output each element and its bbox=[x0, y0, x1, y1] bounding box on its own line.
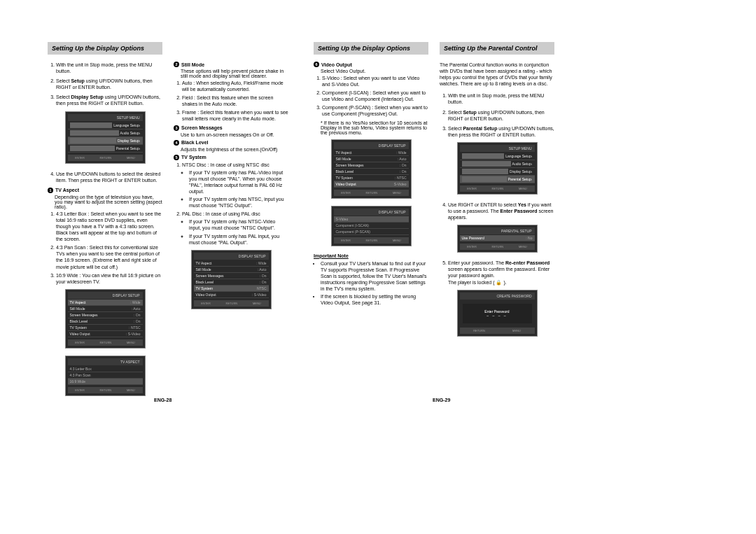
heading-display-2: Setting Up the Display Options bbox=[314, 42, 428, 55]
heading-parental: Setting Up the Parental Control bbox=[440, 42, 554, 55]
column-2: 2Still Mode These options will help prev… bbox=[168, 42, 294, 403]
menu-icon bbox=[70, 138, 116, 143]
still-mode-label: 2Still Mode bbox=[174, 62, 288, 67]
page-number-right: ENG-29 bbox=[433, 398, 450, 402]
screenshot-video-output-2: DISPLAY SETUP S-Video Component (I-SCAN)… bbox=[331, 206, 412, 246]
col1-step4: Use the UP/DOWN buttons to select the de… bbox=[56, 171, 162, 183]
column-1: Setting Up the Display Options With the … bbox=[42, 42, 168, 403]
col1-step1: With the unit in Stop mode, press the ME… bbox=[56, 62, 162, 74]
screenshot-create-password: CREATE PASSWORD Enter Password– – – – RE… bbox=[457, 290, 538, 337]
menu-icon bbox=[462, 153, 505, 159]
screen-messages-label: 3Screen Messages bbox=[174, 125, 288, 131]
screenshot-tv-system: DISPLAY SETUP TV Aspect: Wide Still Mode… bbox=[191, 250, 272, 309]
manual-spread: Setting Up the Display Options With the … bbox=[0, 42, 756, 403]
screenshot-parental-setup: PARENTAL SETUP Use Password: No ENTERRET… bbox=[457, 225, 538, 253]
menu-icon bbox=[70, 122, 113, 128]
menu-icon bbox=[462, 161, 511, 167]
menu-icon bbox=[70, 130, 119, 136]
screenshot-tv-aspect: TV ASPECT 4:3 Letter Box 4:3 Pan Scan 16… bbox=[65, 356, 146, 396]
column-4: Setting Up the Parental Control The Pare… bbox=[434, 42, 560, 403]
tv-aspect-label: 1TV Aspect bbox=[48, 188, 162, 193]
page-number-left: ENG-28 bbox=[154, 398, 172, 402]
tv-aspect-desc: Depending on the type of television you … bbox=[55, 195, 162, 209]
col1-step3: Select Display Setup using UP/DOWN butto… bbox=[56, 94, 162, 106]
important-note-title: Important Note bbox=[314, 253, 428, 258]
tv-system-label: 5TV System bbox=[174, 155, 288, 160]
menu-icon bbox=[462, 176, 507, 182]
screenshot-video-output-1: DISPLAY SETUP TV Aspect: Wide Still Mode… bbox=[331, 139, 412, 199]
heading-display-1: Setting Up the Display Options bbox=[48, 42, 162, 55]
parental-intro: The Parental Control function works in c… bbox=[440, 62, 554, 87]
screenshot-display-setup: DISPLAY SETUP TV Aspect: Wide Still Mode… bbox=[65, 289, 146, 349]
col1-step2: Select Setup using UP/DOWN buttons, then… bbox=[56, 78, 162, 90]
screenshot-setup-menu: SETUP MENU Language Setup› Audio Setup› … bbox=[65, 111, 146, 164]
video-output-label: 6Video Output bbox=[314, 62, 428, 67]
black-level-label: 4Black Level bbox=[174, 140, 288, 146]
menu-icon bbox=[462, 169, 508, 174]
screenshot-parental-menu: SETUP MENU Language Setup› Audio Setup› … bbox=[457, 142, 538, 195]
column-3: Setting Up the Display Options 6Video Ou… bbox=[308, 42, 434, 403]
col4-steps: With the unit in Stop mode, press the ME… bbox=[440, 92, 554, 138]
col1-steps: With the unit in Stop mode, press the ME… bbox=[48, 62, 162, 107]
menu-icon bbox=[70, 146, 115, 151]
